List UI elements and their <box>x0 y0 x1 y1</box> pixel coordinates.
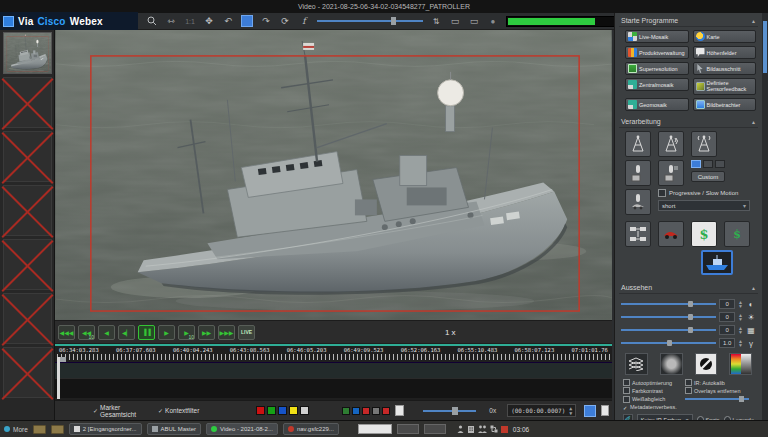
record-vehicle-button[interactable] <box>625 189 651 215</box>
contrast-value[interactable]: 0 <box>719 299 735 309</box>
section-verarbeitung[interactable]: Verarbeitung <box>619 116 758 128</box>
taskbar-slot[interactable] <box>424 424 446 434</box>
ship-detect-button[interactable] <box>701 250 733 275</box>
select-tool-icon[interactable] <box>241 15 253 27</box>
taskbar-slot[interactable] <box>397 424 419 434</box>
panel-scrollbar[interactable] <box>762 13 768 420</box>
view-mode-segment[interactable] <box>691 160 725 168</box>
marker-color-swatch[interactable] <box>289 406 298 415</box>
section-starte-programme[interactable]: Starte Programme <box>619 15 758 27</box>
folder-icon[interactable] <box>33 425 46 434</box>
progressive-checkbox[interactable]: Progressive / Slow Motion <box>658 189 750 197</box>
report-page-icon[interactable] <box>395 405 403 416</box>
record-save-ir-button[interactable] <box>658 160 684 186</box>
gamma-value[interactable]: 1.0 <box>719 338 735 348</box>
brightness-spinner-icon[interactable]: ▲▼ <box>738 313 743 322</box>
building-icon[interactable] <box>467 425 475 433</box>
cost-analysis-button[interactable]: $ <box>691 221 717 247</box>
karte-button[interactable]: Karte <box>693 30 757 43</box>
taskbar-item-video[interactable]: Video - 2021-08-2... <box>206 423 278 435</box>
hoehenfelder-button[interactable]: Höhenfelder <box>693 46 757 59</box>
view-mode-3[interactable] <box>715 160 725 168</box>
filter-swatch[interactable] <box>342 407 350 415</box>
autooptimierung-checkbox[interactable]: Autooptimierung <box>623 379 681 386</box>
record-save-button[interactable] <box>625 160 651 186</box>
superresolution-button[interactable]: Superresolution <box>625 62 689 75</box>
taskbar-item-eingangsordner[interactable]: 2 [Eingangsordner... <box>69 423 142 435</box>
sharpness-value[interactable]: 0 <box>719 325 735 335</box>
view-mode-2[interactable] <box>703 160 713 168</box>
gamma-spinner-icon[interactable]: ▲▼ <box>738 339 743 348</box>
fit-width-icon[interactable] <box>165 15 177 27</box>
section-aussehen[interactable]: Aussehen <box>619 282 758 294</box>
live-button[interactable]: LIVE <box>238 325 255 340</box>
speed-slider-handle[interactable] <box>452 407 458 415</box>
timeline-track-markers[interactable] <box>55 362 612 378</box>
empty-slot-crossed[interactable] <box>3 347 52 398</box>
rewind-fast-button[interactable]: ◀◀◀ <box>58 325 75 340</box>
timeline[interactable]: 06:34:03.28306:37:07.60306:40:04.24306:4… <box>55 343 612 400</box>
empty-slot-crossed[interactable] <box>3 185 52 236</box>
metadaten-checkbox[interactable]: Metadatenverbess. <box>623 404 681 410</box>
collapse-caret-icon[interactable] <box>751 17 756 24</box>
view-mode-1[interactable] <box>691 160 701 168</box>
fullscreen-icon[interactable] <box>203 15 215 27</box>
collapse-caret-icon[interactable] <box>751 284 756 291</box>
fastest-forward-button[interactable]: ▶▶▶ <box>218 325 235 340</box>
empty-slot-crossed[interactable] <box>3 293 52 344</box>
vehicle-detect-button[interactable] <box>658 221 684 247</box>
context-filter-checkbox[interactable]: Kontextfilter <box>158 407 199 414</box>
folder2-icon[interactable] <box>51 425 64 434</box>
overlay-toggle-button[interactable] <box>584 405 595 417</box>
tower-high-button[interactable] <box>691 131 717 157</box>
live-mosaik-button[interactable]: Live-Mosaik <box>625 30 689 43</box>
layers-icon-button[interactable] <box>625 353 648 375</box>
collapse-caret-icon[interactable] <box>751 118 756 125</box>
flowchart-button[interactable] <box>625 221 651 247</box>
geomosaik-button[interactable]: Geomosaik <box>625 98 689 111</box>
network-icon[interactable] <box>490 425 498 433</box>
toolbar-slider-handle[interactable] <box>391 17 396 25</box>
gamma-slider[interactable] <box>621 339 716 347</box>
taskbar-item-abul-master[interactable]: ABUL Master <box>147 423 201 435</box>
filter-swatch[interactable] <box>372 407 380 415</box>
fast-forward-button[interactable]: ▶▶ <box>198 325 215 340</box>
sensorfeedback-button[interactable]: Definiere Sensorfeedback <box>693 78 757 95</box>
zoom-search-icon[interactable] <box>146 15 158 27</box>
weissabgleich-checkbox[interactable]: Weißabgleich <box>623 395 681 403</box>
rotate-icon[interactable] <box>279 15 291 27</box>
custom-button[interactable]: Custom <box>691 171 725 182</box>
sharpness-slider[interactable] <box>621 326 716 334</box>
empty-slot-crossed[interactable] <box>3 77 52 128</box>
bildausschnitt-button[interactable]: Bildausschnitt <box>693 62 757 75</box>
taskbar-item-nav[interactable]: nav.gsfc229... <box>283 423 339 435</box>
toolbar-slider[interactable] <box>317 16 423 26</box>
frame-time-dropdown[interactable]: (00:00:00.0007) ▲▼ <box>507 404 576 417</box>
recording-icon[interactable] <box>501 426 508 433</box>
forward-10-button[interactable]: ▶10 <box>178 325 195 340</box>
filter-swatch[interactable] <box>362 407 370 415</box>
speed-option-dropdown[interactable]: short <box>658 200 750 211</box>
step-back-button[interactable]: ◀ <box>98 325 115 340</box>
farbkontrast-checkbox[interactable]: Farbkontrast <box>623 387 681 394</box>
frame-time-spinner-icon[interactable]: ▲▼ <box>569 406 572 415</box>
filter-swatch[interactable] <box>382 407 390 415</box>
one-to-one-icon[interactable]: 1:1 <box>184 15 196 27</box>
timeline-track-context[interactable] <box>55 378 612 398</box>
tower-mid-button[interactable] <box>658 131 684 157</box>
panel-scrollbar-thumb[interactable] <box>763 21 767 73</box>
rewind-10-button[interactable]: ◀◀10 <box>78 325 95 340</box>
contrast-slider[interactable] <box>621 300 716 308</box>
video-viewport[interactable] <box>55 30 612 320</box>
brightness-slider[interactable] <box>621 313 716 321</box>
filter-swatch[interactable] <box>352 407 360 415</box>
video-thumbnail[interactable] <box>3 32 52 74</box>
pause-button[interactable]: ▐▐ <box>138 325 155 340</box>
brightness-value[interactable]: 0 <box>719 312 735 322</box>
ir-autokalib-checkbox[interactable]: IR: Autokalib <box>685 379 754 386</box>
marker-color-swatch[interactable] <box>300 406 309 415</box>
empty-slot-crossed[interactable] <box>3 131 52 182</box>
weissabgleich-slider[interactable] <box>685 395 749 403</box>
marker-color-swatch[interactable] <box>267 406 276 415</box>
monitor2-icon[interactable] <box>468 15 480 27</box>
